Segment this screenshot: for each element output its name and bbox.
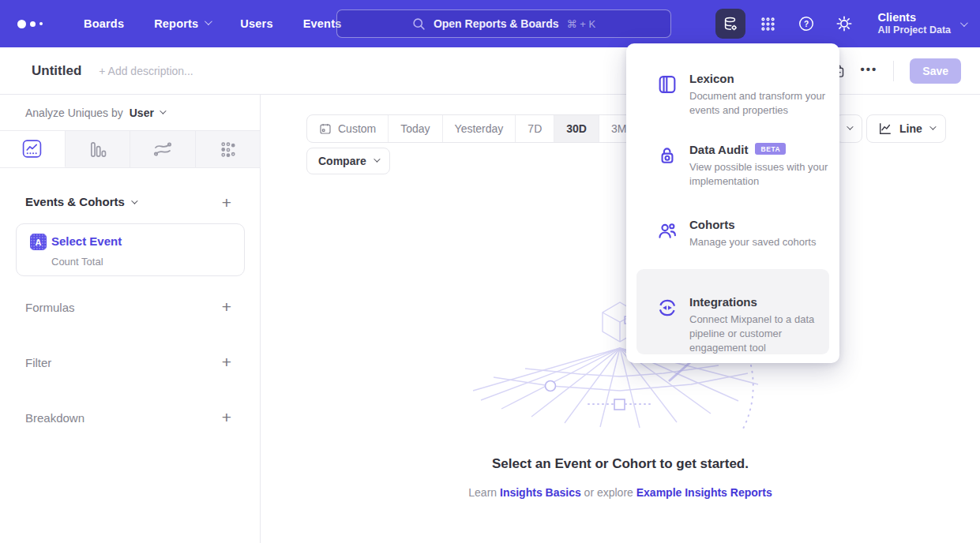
save-button[interactable]: Save [910,58,961,84]
integrations-icon [656,297,678,319]
chevron-down-icon [374,155,380,162]
analyze-uniques-row: Analyze Uniques by User [25,107,164,119]
date-range-label: Yesterday [455,122,504,135]
analyze-prefix-label: Analyze Uniques by [25,107,123,119]
search-placeholder: Open Reports & Boards [434,17,559,30]
menu-item-description: Manage your saved cohorts [689,235,830,249]
nav-item-reports[interactable]: Reports [154,17,210,30]
example-insights-reports-link[interactable]: Example Insights Reports [636,486,772,499]
help-button[interactable]: ? [791,9,821,39]
event-aggregation-label[interactable]: Count Total [51,256,103,268]
search-icon [412,17,426,31]
project-data-scope: All Project Data [878,24,951,37]
compare-label: Compare [318,155,366,167]
nav-item-users[interactable]: Users [240,17,272,30]
global-search-input[interactable]: Open Reports & Boards ⌘ + K [336,9,671,38]
bar-chart-tab-icon [88,140,107,159]
settings-gear-icon [835,15,853,32]
divider [893,61,894,81]
project-selector[interactable]: Clients All Project Data [878,10,966,37]
event-letter-badge: A [30,234,47,250]
date-range-label: 7D [528,122,542,135]
beta-badge: BETA [755,143,786,155]
logo-dot-icon [17,20,26,28]
scatter-tab-icon [218,140,238,159]
logo-dot-icon [30,21,36,27]
calendar-icon [319,122,332,135]
tab-bar-chart[interactable] [66,131,131,167]
add-filter-button[interactable]: + [222,354,231,370]
line-chart-icon [878,122,892,136]
nav-item-boards[interactable]: Boards [84,17,124,30]
add-event-button[interactable]: + [222,194,231,211]
value-mode-dropdown[interactable] [835,114,862,143]
more-options-button[interactable]: ••• [861,62,878,76]
chevron-down-icon [960,19,968,27]
analyze-by-selector[interactable]: User [130,107,164,119]
date-range-label: Custom [338,122,376,135]
svg-text:?: ? [804,20,809,28]
query-builder-sidebar: Analyze Uniques by User [0,95,261,543]
data-management-menu: Lexicon Document and transform your even… [626,43,839,363]
chart-type-label: Line [899,122,922,135]
date-range-30d-selected[interactable]: 30D [554,115,599,142]
line-chart-tab-icon [21,138,43,159]
header-actions: ••• Save [829,47,961,95]
add-breakdown-button[interactable]: + [222,409,231,425]
apps-grid-button[interactable] [753,9,783,39]
date-range-label: Today [400,122,430,135]
top-navigation-bar: Boards Reports Users Events Open Reports… [0,0,980,47]
insights-basics-link[interactable]: Insights Basics [500,486,581,499]
add-formula-button[interactable]: + [222,298,231,315]
date-range-label: 3M [611,122,626,135]
date-range-yesterday[interactable]: Yesterday [443,115,516,142]
data-management-button[interactable] [715,9,745,39]
chevron-down-icon [160,107,166,114]
nav-item-label: Users [240,17,272,30]
formulas-section-label: Formulas [25,301,75,314]
nav-items: Boards Reports Users Events [84,17,341,30]
menu-item-description: View possible issues with your implement… [689,160,830,189]
nav-item-label: Boards [84,17,124,30]
chevron-down-icon [847,123,853,129]
compare-button[interactable]: Compare [306,148,390,174]
settings-button[interactable] [829,9,859,39]
search-shortcut: ⌘ + K [567,18,596,30]
menu-item-title: Cohorts [689,218,735,231]
filter-section-label: Filter [25,356,51,369]
report-title[interactable]: Untitled [32,63,81,79]
analyze-value: User [130,107,154,119]
select-event-button[interactable]: Select Event [51,234,122,248]
apps-grid-icon [760,16,776,32]
learn-prefix: Learn [468,486,497,499]
chevron-down-icon [131,197,137,204]
date-range-custom[interactable]: Custom [307,115,389,142]
date-range-today[interactable]: Today [389,115,442,142]
chart-type-tabs [0,130,261,168]
date-range-control: Custom Today Yesterday 7D 30D 3M 6M [306,114,679,143]
events-cohorts-header[interactable]: Events & Cohorts [25,195,136,208]
or-explore-text: or explore [584,486,633,499]
menu-item-description: Connect Mixpanel to a data pipeline or c… [689,313,830,355]
mixpanel-logo[interactable] [17,20,54,28]
date-range-label: 30D [566,122,587,135]
nav-right-controls: ? Clients All Project Data [715,0,980,47]
chart-type-dropdown[interactable]: Line [866,114,946,143]
event-card[interactable]: A Select Event Count Total [16,223,245,276]
menu-item-title: Integrations [689,295,757,309]
tab-scatter-chart[interactable] [196,131,261,167]
breakdown-section-label: Breakdown [25,411,84,425]
nav-item-label: Reports [154,17,198,30]
tab-flow-chart[interactable] [130,131,196,167]
menu-item-description: Document and transform your events and p… [689,89,830,118]
logo-dot-icon [39,22,43,25]
date-range-7d[interactable]: 7D [516,115,554,142]
cohorts-icon [656,219,678,242]
empty-state-title: Select an Event or Cohort to get started… [261,456,980,472]
report-canvas: Custom Today Yesterday 7D 30D 3M 6M Comp… [261,95,980,543]
lexicon-icon [656,73,678,95]
tab-insights-line[interactable] [0,131,66,167]
add-description-field[interactable]: + Add description... [99,65,193,77]
events-cohorts-label: Events & Cohorts [25,195,125,208]
empty-state-links: Learn Insights Basics or explore Example… [261,486,980,499]
